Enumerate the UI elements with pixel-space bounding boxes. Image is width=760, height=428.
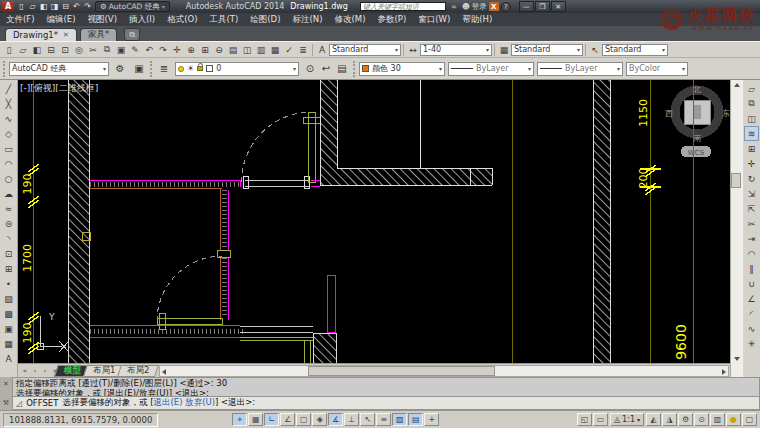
menu-item[interactable]: 帮助(H) xyxy=(456,13,498,26)
scale-icon[interactable]: ⇲ xyxy=(744,186,759,201)
save-workspace-icon[interactable]: ▣ xyxy=(131,61,147,77)
blend-icon[interactable]: ∿ xyxy=(744,321,759,336)
clean-screen-button[interactable]: ▢ xyxy=(742,413,757,426)
gradient-icon[interactable]: ▩ xyxy=(1,306,16,321)
workspace-switch-button[interactable]: ⚙ xyxy=(678,413,693,426)
ortho-toggle[interactable]: ∟ xyxy=(264,413,279,426)
lineweight-select[interactable]: ByLayer xyxy=(537,62,623,76)
search-icon[interactable]: ∞ xyxy=(448,2,460,12)
vertical-scrollbar[interactable] xyxy=(730,80,742,377)
autocad-logo-icon[interactable]: A xyxy=(2,1,14,12)
layer-properties-manager-button[interactable]: ≣ xyxy=(156,61,172,77)
menu-item[interactable]: 标注(N) xyxy=(286,13,328,26)
extend-icon[interactable]: ⇥ xyxy=(744,231,759,246)
save-as-icon[interactable]: ◨ xyxy=(49,1,60,12)
table-style-select[interactable]: Standard xyxy=(511,44,583,56)
plot-icon[interactable]: ⊟ xyxy=(60,1,71,12)
insert-block-icon[interactable]: ⊡ xyxy=(1,246,16,261)
chamfer-icon[interactable]: ∠ xyxy=(744,291,759,306)
layer-previous-button[interactable]: ↩ xyxy=(318,61,334,77)
zoom-previous-icon[interactable]: ⊖ xyxy=(212,43,226,57)
snap-toggle[interactable]: ⌖ xyxy=(232,413,247,426)
layout-tab-layout2[interactable]: 布局2 xyxy=(117,365,159,377)
stretch-icon[interactable]: ⇱ xyxy=(744,201,759,216)
workspace-settings-icon[interactable]: ⚙ xyxy=(112,61,128,77)
rectangle-icon[interactable]: ▭ xyxy=(1,141,16,156)
revision-cloud-icon[interactable]: ☁ xyxy=(1,186,16,201)
layer-states-button[interactable]: ▤ xyxy=(334,61,350,77)
quick-view-layouts-button[interactable]: ▭ xyxy=(593,413,608,426)
vertical-scroll-thumb[interactable] xyxy=(731,173,741,188)
command-option-undo[interactable]: 放弃(U) xyxy=(185,397,215,409)
paste-icon[interactable]: ▣ xyxy=(114,43,128,57)
viewcube[interactable]: 北 南 西 东 WCS xyxy=(665,85,730,157)
dim-style-select[interactable]: 1-40 xyxy=(420,44,492,56)
horizontal-scrollbar[interactable] xyxy=(159,365,729,377)
spline-icon[interactable]: ≈ xyxy=(1,201,16,216)
mirror-icon[interactable]: ◫ xyxy=(744,111,759,126)
exchange-apps-icon[interactable]: X xyxy=(489,2,499,11)
sheet-set-manager-icon[interactable]: ▦ xyxy=(268,43,282,57)
customize-command-icon[interactable]: ⚒ xyxy=(3,399,9,407)
polyline-icon[interactable]: ∿ xyxy=(1,111,16,126)
multiline-text-icon[interactable]: A xyxy=(1,351,16,366)
color-select[interactable]: 颜色 30 xyxy=(359,62,445,76)
polar-toggle[interactable]: ∠ xyxy=(280,413,295,426)
plot-style-select[interactable]: ByColor xyxy=(626,62,688,76)
menu-item[interactable]: 窗口(W) xyxy=(412,13,456,26)
copy-icon[interactable]: ⧉ xyxy=(744,96,759,111)
workspace-select[interactable]: AutoCAD 经典 xyxy=(9,62,109,76)
save-icon[interactable]: ◧ xyxy=(38,1,49,12)
scroll-down-icon[interactable] xyxy=(734,357,740,361)
menu-item[interactable]: 绘图(D) xyxy=(244,13,286,26)
zoom-realtime-icon[interactable]: ⊕ xyxy=(184,43,198,57)
plot-icon[interactable]: ⊟ xyxy=(44,43,58,57)
first-tab-button[interactable]: « xyxy=(20,365,30,377)
menu-item[interactable]: 参数(P) xyxy=(371,13,412,26)
menu-item[interactable]: 视图(V) xyxy=(82,13,123,26)
rotate-icon[interactable]: ↻ xyxy=(744,171,759,186)
help-icon[interactable]: ? xyxy=(501,2,511,12)
transparency-toggle[interactable]: ▨ xyxy=(392,413,407,426)
ellipse-icon[interactable]: ⊜ xyxy=(1,216,16,231)
scroll-right-icon[interactable] xyxy=(722,369,726,375)
table-icon[interactable]: ▦ xyxy=(1,336,16,351)
new-icon[interactable]: ▯ xyxy=(2,43,16,57)
break-icon[interactable]: ‖ xyxy=(744,261,759,276)
new-tab-button[interactable]: ⧉ xyxy=(124,28,140,41)
minimize-button[interactable]: — xyxy=(519,1,534,12)
construction-line-icon[interactable]: ╳ xyxy=(1,96,16,111)
designcenter-icon[interactable]: ◫ xyxy=(240,43,254,57)
break-at-point-icon[interactable]: ◠ xyxy=(744,246,759,261)
close-command-window-icon[interactable]: ✕ xyxy=(3,380,9,388)
make-object-layer-current-button[interactable]: ⊙ xyxy=(302,61,318,77)
file-tab-furniture[interactable]: 家具* xyxy=(80,28,117,41)
isolate-objects-button[interactable]: ● xyxy=(726,413,741,426)
menu-item[interactable]: 插入(I) xyxy=(123,13,161,26)
make-block-icon[interactable]: ⊞ xyxy=(1,261,16,276)
close-tab-icon[interactable]: ✕ xyxy=(63,31,69,39)
menu-item[interactable]: 文件(F) xyxy=(0,13,41,26)
menu-item[interactable]: 格式(O) xyxy=(161,13,203,26)
redo-icon[interactable]: ↷ xyxy=(82,1,93,12)
linetype-select[interactable]: ByLayer xyxy=(448,62,534,76)
drawing-area[interactable]: 190 1700 190 xyxy=(18,80,730,363)
prev-tab-button[interactable]: ‹ xyxy=(30,365,40,377)
viewport-label[interactable]: [-][俯视][二维线框] xyxy=(20,82,98,95)
file-tab-drawing1[interactable]: Drawing1* ✕ xyxy=(5,28,77,41)
publish-icon[interactable]: ◎ xyxy=(72,43,86,57)
menu-item[interactable]: 编辑(E) xyxy=(41,13,82,26)
open-icon[interactable]: ▱ xyxy=(16,43,30,57)
tool-palettes-icon[interactable]: ▥ xyxy=(254,43,268,57)
text-style-select[interactable]: Standard xyxy=(329,44,401,56)
join-icon[interactable]: ∪ xyxy=(744,276,759,291)
scroll-left-icon[interactable] xyxy=(162,369,166,375)
new-file-icon[interactable]: ▯ xyxy=(16,1,27,12)
region-icon[interactable]: ▣ xyxy=(1,321,16,336)
menu-item[interactable]: 工具(T) xyxy=(203,13,244,26)
trim-icon[interactable]: ✂ xyxy=(744,216,759,231)
3d-osnap-toggle[interactable]: ◈ xyxy=(312,413,327,426)
annotation-visibility-button[interactable]: ◭ xyxy=(646,413,661,426)
plot-preview-icon[interactable]: ⊡ xyxy=(58,43,72,57)
close-button[interactable]: ✕ xyxy=(551,1,566,12)
